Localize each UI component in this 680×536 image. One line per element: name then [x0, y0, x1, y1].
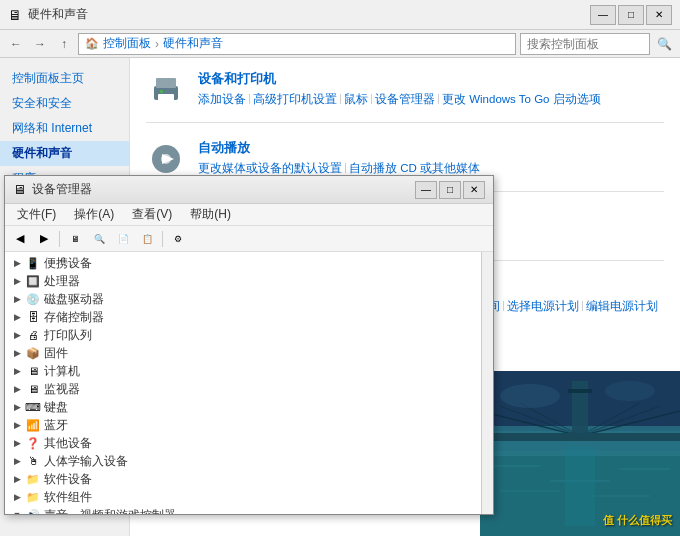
- toolbar-btn2[interactable]: 🔍: [88, 229, 110, 249]
- search-button[interactable]: 🔍: [654, 34, 674, 54]
- icon-software-device: 📁: [25, 471, 41, 487]
- icon-portable: 📱: [25, 255, 41, 271]
- toolbar-btn1[interactable]: 🖥: [64, 229, 86, 249]
- printer-section-body: 设备和打印机 添加设备 | 高级打印机设置 | 鼠标 | 设备管理器 | 更改 …: [198, 70, 664, 107]
- tree-computer[interactable]: ▶ 🖥 计算机: [5, 362, 481, 380]
- close-button[interactable]: ✕: [646, 5, 672, 25]
- tree-keyboard[interactable]: ▶ ⌨ 键盘: [5, 398, 481, 416]
- expand-computer: ▶: [9, 363, 25, 379]
- tree-software-component[interactable]: ▶ 📁 软件组件: [5, 488, 481, 506]
- tree-monitor[interactable]: ▶ 🖥 监视器: [5, 380, 481, 398]
- expand-sound: ▼: [9, 507, 25, 514]
- link-edit-plan[interactable]: 编辑电源计划: [586, 299, 658, 314]
- tree-processor[interactable]: ▶ 🔲 处理器: [5, 272, 481, 290]
- toolbar-forward[interactable]: ▶: [33, 229, 55, 249]
- photo-area: 值 什么值得买: [480, 371, 680, 536]
- dw-maximize-button[interactable]: □: [439, 181, 461, 199]
- toolbar-sep-1: [59, 231, 60, 247]
- sidebar-item-security[interactable]: 安全和安全: [0, 91, 129, 116]
- dw-minimize-button[interactable]: —: [415, 181, 437, 199]
- autoplay-section-links: 更改媒体或设备的默认设置 | 自动播放 CD 或其他媒体: [198, 161, 664, 176]
- outer-window-title: 硬件和声音: [28, 6, 590, 23]
- toolbar-btn4[interactable]: 📋: [136, 229, 158, 249]
- expand-software-device: ▶: [9, 471, 25, 487]
- link-printer-settings[interactable]: 高级打印机设置: [253, 92, 337, 107]
- menu-view[interactable]: 查看(V): [124, 204, 180, 225]
- tree-print-queue[interactable]: ▶ 🖨 打印队列: [5, 326, 481, 344]
- search-input[interactable]: [520, 33, 650, 55]
- minimize-button[interactable]: —: [590, 5, 616, 25]
- icon-processor: 🔲: [25, 273, 41, 289]
- section-printer: 设备和打印机 添加设备 | 高级打印机设置 | 鼠标 | 设备管理器 | 更改 …: [146, 70, 664, 123]
- up-button[interactable]: ↑: [54, 34, 74, 54]
- address-bar: ← → ↑ 🏠 控制面板 › 硬件和声音 🔍: [0, 30, 680, 58]
- expand-monitor: ▶: [9, 381, 25, 397]
- expand-software-component: ▶: [9, 489, 25, 505]
- expand-portable: ▶: [9, 255, 25, 271]
- device-tree-scrollbar[interactable]: [481, 252, 493, 514]
- device-manager-window: 🖥 设备管理器 — □ ✕ 文件(F) 操作(A) 查看(V) 帮助(H) ◀ …: [4, 175, 494, 515]
- link-device-manager[interactable]: 设备管理器: [375, 92, 435, 107]
- svg-rect-2: [156, 78, 176, 88]
- toolbar-btn3[interactable]: 📄: [112, 229, 134, 249]
- tree-hid[interactable]: ▶ 🖱 人体学输入设备: [5, 452, 481, 470]
- toolbar-btn5[interactable]: ⚙: [167, 229, 189, 249]
- tree-software-device[interactable]: ▶ 📁 软件设备: [5, 470, 481, 488]
- link-change-media-default[interactable]: 更改媒体或设备的默认设置: [198, 161, 342, 176]
- svg-rect-3: [160, 90, 163, 93]
- expand-storage: ▶: [9, 309, 25, 325]
- expand-firmware: ▶: [9, 345, 25, 361]
- icon-firmware: 📦: [25, 345, 41, 361]
- address-path[interactable]: 🏠 控制面板 › 硬件和声音: [78, 33, 516, 55]
- tree-other[interactable]: ▶ ❓ 其他设备: [5, 434, 481, 452]
- svg-point-27: [500, 384, 560, 408]
- device-manager-titlebar: 🖥 设备管理器 — □ ✕: [5, 176, 493, 204]
- outer-title-bar: 🖥 硬件和声音 — □ ✕: [0, 0, 680, 30]
- icon-sound: 🔊: [25, 507, 41, 514]
- autoplay-section-title[interactable]: 自动播放: [198, 139, 664, 157]
- photo-watermark: 值 什么值得买: [603, 513, 672, 528]
- back-button[interactable]: ←: [6, 34, 26, 54]
- menu-help[interactable]: 帮助(H): [182, 204, 239, 225]
- tree-bluetooth[interactable]: ▶ 📶 蓝牙: [5, 416, 481, 434]
- link-windows-to-go[interactable]: 更改 Windows To Go 启动选项: [442, 92, 601, 107]
- device-manager-body: ▶ 📱 便携设备 ▶ 🔲 处理器 ▶ 💿 磁盘驱动器 ▶ 🗄 存储控制器 ▶: [5, 252, 493, 514]
- sidebar-item-home[interactable]: 控制面板主页: [0, 66, 129, 91]
- menu-action[interactable]: 操作(A): [66, 204, 122, 225]
- sidebar-item-network[interactable]: 网络和 Internet: [0, 116, 129, 141]
- sidebar-item-hardware[interactable]: 硬件和声音: [0, 141, 129, 166]
- tree-portable[interactable]: ▶ 📱 便携设备: [5, 254, 481, 272]
- expand-hid: ▶: [9, 453, 25, 469]
- icon-other: ❓: [25, 435, 41, 451]
- printer-section-links: 添加设备 | 高级打印机设置 | 鼠标 | 设备管理器 | 更改 Windows…: [198, 92, 664, 107]
- printer-section-title[interactable]: 设备和打印机: [198, 70, 664, 88]
- link-mouse[interactable]: 鼠标: [344, 92, 368, 107]
- svg-point-28: [605, 381, 655, 401]
- tree-storage[interactable]: ▶ 🗄 存储控制器: [5, 308, 481, 326]
- expand-other: ▶: [9, 435, 25, 451]
- device-manager-menubar: 文件(F) 操作(A) 查看(V) 帮助(H): [5, 204, 493, 226]
- link-select-plan[interactable]: 选择电源计划: [507, 299, 579, 314]
- tree-disk[interactable]: ▶ 💿 磁盘驱动器: [5, 290, 481, 308]
- expand-disk: ▶: [9, 291, 25, 307]
- device-manager-toolbar: ◀ ▶ 🖥 🔍 📄 📋 ⚙: [5, 226, 493, 252]
- outer-window-controls: — □ ✕: [590, 5, 672, 25]
- icon-bluetooth: 📶: [25, 417, 41, 433]
- svg-rect-1: [158, 94, 174, 102]
- tree-firmware[interactable]: ▶ 📦 固件: [5, 344, 481, 362]
- photo-svg: [480, 371, 680, 536]
- device-manager-title: 设备管理器: [32, 181, 415, 198]
- expand-processor: ▶: [9, 273, 25, 289]
- expand-keyboard: ▶: [9, 399, 25, 415]
- dw-close-button[interactable]: ✕: [463, 181, 485, 199]
- link-add-device[interactable]: 添加设备: [198, 92, 246, 107]
- link-autoplay-cd[interactable]: 自动播放 CD 或其他媒体: [349, 161, 480, 176]
- device-tree: ▶ 📱 便携设备 ▶ 🔲 处理器 ▶ 💿 磁盘驱动器 ▶ 🗄 存储控制器 ▶: [5, 252, 481, 514]
- tree-sound[interactable]: ▼ 🔊 声音、视频和游戏控制器: [5, 506, 481, 514]
- forward-button[interactable]: →: [30, 34, 50, 54]
- menu-file[interactable]: 文件(F): [9, 204, 64, 225]
- maximize-button[interactable]: □: [618, 5, 644, 25]
- toolbar-back[interactable]: ◀: [9, 229, 31, 249]
- expand-print-queue: ▶: [9, 327, 25, 343]
- icon-storage: 🗄: [25, 309, 41, 325]
